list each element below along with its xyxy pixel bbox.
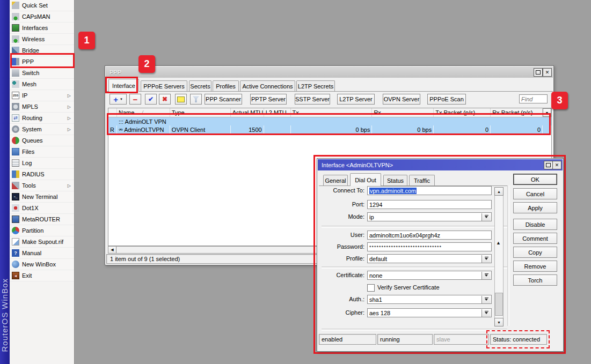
dialog-tab-dial-out[interactable]: Dial Out (350, 173, 381, 186)
separator (322, 226, 507, 228)
scroll-left-icon[interactable]: ◀ (108, 247, 116, 253)
files-icon (12, 148, 19, 155)
cipher-value: aes 128 (369, 310, 390, 316)
system-icon (12, 125, 19, 133)
auth-select[interactable]: sha1 (367, 295, 492, 304)
sidebar-item-files[interactable]: Files (10, 146, 74, 158)
tab-active-connections[interactable]: Active Connections (240, 80, 295, 92)
sidebar-item-routing[interactable]: Routing▷ (10, 113, 74, 124)
tab-pppoe-servers[interactable]: PPPoE Servers (141, 80, 187, 92)
sidebar-item-quick-set[interactable]: Quick Set (10, 0, 74, 11)
sidebar-item-radius[interactable]: RADIUS (10, 169, 74, 180)
sidebar-item-metarouter[interactable]: MetaROUTER (10, 214, 74, 225)
sidebar-item-label: Exit (22, 272, 32, 279)
verify-server-certificate-checkbox[interactable] (367, 284, 375, 292)
sidebar-item-switch[interactable]: Switch (10, 68, 74, 79)
tab-l2tp-secrets[interactable]: L2TP Secrets (296, 80, 335, 92)
cancel-button[interactable]: Cancel (513, 188, 557, 199)
dialog-tab-general[interactable]: General (323, 175, 348, 186)
tools-icon (12, 182, 19, 189)
sidebar-item-queues[interactable]: Queues (10, 135, 74, 146)
sidebar-item-label: New Terminal (22, 194, 57, 200)
scroll-up-icon[interactable]: ▲ (494, 187, 504, 196)
maximize-icon[interactable] (544, 161, 553, 169)
routeros-winbox-label: RouterOS WinBox (0, 278, 10, 352)
filter-button[interactable] (190, 94, 202, 105)
mpls-icon (12, 103, 19, 110)
dialog-titlebar[interactable]: Interface <AdminOLTVPN> (318, 159, 563, 170)
sidebar-item-new-winbox[interactable]: New WinBox (10, 259, 74, 270)
sidebar-item-label: Interfaces (22, 25, 48, 31)
auth-value: sha1 (369, 296, 382, 303)
ok-button[interactable]: OK (513, 174, 557, 185)
copy-button[interactable]: Copy (513, 247, 557, 258)
sidebar-item-tools[interactable]: Tools▷ (10, 180, 74, 191)
scroll-down-icon[interactable]: ▼ (494, 318, 504, 326)
add-button[interactable]: + ▼ (110, 94, 127, 105)
maximize-icon[interactable] (534, 68, 543, 77)
certificate-select[interactable]: none (367, 271, 492, 280)
sidebar-item-make-supout-rif[interactable]: Make Supout.rif (10, 236, 74, 248)
pptp-server-button[interactable]: PPTP Server (250, 94, 287, 105)
ppp-tab-bar: InterfacePPPoE ServersSecretsProfilesAct… (107, 79, 552, 92)
verify-certificate-row: Verify Server Certificate (317, 284, 505, 294)
remove-button[interactable]: − (129, 94, 141, 105)
sidebar-item-exit[interactable]: Exit (10, 270, 74, 281)
l2tp-server-button[interactable]: L2TP Server (337, 94, 375, 105)
find-input[interactable] (519, 94, 548, 103)
sidebar-item-partition[interactable]: Partition (10, 225, 74, 236)
sidebar-item-manual[interactable]: Manual (10, 248, 74, 259)
dropdown-icon[interactable] (481, 309, 491, 317)
sidebar-item-label: Manual (22, 250, 41, 256)
sidebar-item-capsman[interactable]: CAPsMAN (10, 11, 74, 23)
tab-secrets[interactable]: Secrets (189, 80, 211, 92)
sidebar-item-ip[interactable]: IP▷ (10, 90, 74, 101)
user-value: adminoltcm1uo6x04prgh4z (369, 232, 440, 239)
sidebar-item-interfaces[interactable]: Interfaces (10, 23, 74, 34)
user-input[interactable]: adminoltcm1uo6x04prgh4z (367, 231, 492, 240)
sidebar-item-dot1x[interactable]: Dot1X (10, 203, 74, 214)
dot1x-icon (12, 204, 19, 212)
dropdown-icon[interactable] (481, 255, 491, 263)
sidebar-item-mpls[interactable]: MPLS▷ (10, 101, 74, 113)
dropdown-icon[interactable] (481, 296, 491, 303)
sidebar-item-wireless[interactable]: Wireless (10, 34, 74, 45)
ovpn-server-button[interactable]: OVPN Server (383, 94, 420, 105)
ppp-scanner-button[interactable]: PPP Scanner (205, 94, 242, 105)
ppp-window-titlebar[interactable]: PPP (106, 66, 553, 78)
password-input[interactable]: ****************************** (367, 242, 492, 251)
cipher-select[interactable]: aes 128 (367, 308, 492, 317)
terminal-icon (12, 193, 19, 200)
annotation-dash-status (486, 330, 550, 348)
close-icon[interactable]: ✕ (543, 68, 552, 77)
user-row: User: adminoltcm1uo6x04prgh4z (317, 231, 505, 241)
form-scrollbar-thumb[interactable] (495, 293, 503, 316)
sidebar-item-log[interactable]: Log (10, 158, 74, 169)
comment-button[interactable]: Comment (513, 233, 557, 244)
apply-button[interactable]: Apply (513, 202, 557, 213)
disable-button[interactable]: ✖ (159, 94, 171, 105)
submenu-arrow-icon: ▷ (68, 105, 71, 109)
remove-button[interactable]: Remove (513, 261, 557, 272)
tab-profiles[interactable]: Profiles (213, 80, 239, 92)
close-icon[interactable]: ✕ (552, 161, 561, 169)
exit-icon (12, 272, 19, 279)
dropdown-icon[interactable] (481, 213, 491, 221)
comment-button[interactable] (175, 94, 187, 105)
torch-button[interactable]: Torch (513, 274, 557, 286)
sstp-server-button[interactable]: SSTP Server (295, 94, 330, 105)
mode-select[interactable]: ip (367, 212, 492, 221)
connect-to-input[interactable]: vpn.adminolt.com (367, 186, 492, 195)
dropdown-icon[interactable] (481, 272, 491, 279)
dialog-tab-traffic[interactable]: Traffic (409, 175, 435, 186)
port-input[interactable]: 1294 (367, 200, 492, 209)
sidebar-item-system[interactable]: System▷ (10, 124, 74, 135)
enable-button[interactable]: ✔ (145, 94, 157, 105)
dialog-tab-status[interactable]: Status (383, 175, 407, 186)
sidebar-item-mesh[interactable]: Mesh (10, 79, 74, 90)
pppoe-scan-button[interactable]: PPPoE Scan (427, 94, 466, 105)
sidebar-item-new-terminal[interactable]: New Terminal (10, 191, 74, 203)
profile-select[interactable]: default (367, 254, 492, 263)
mesh-icon (12, 80, 19, 88)
disable-button[interactable]: Disable (513, 219, 557, 230)
